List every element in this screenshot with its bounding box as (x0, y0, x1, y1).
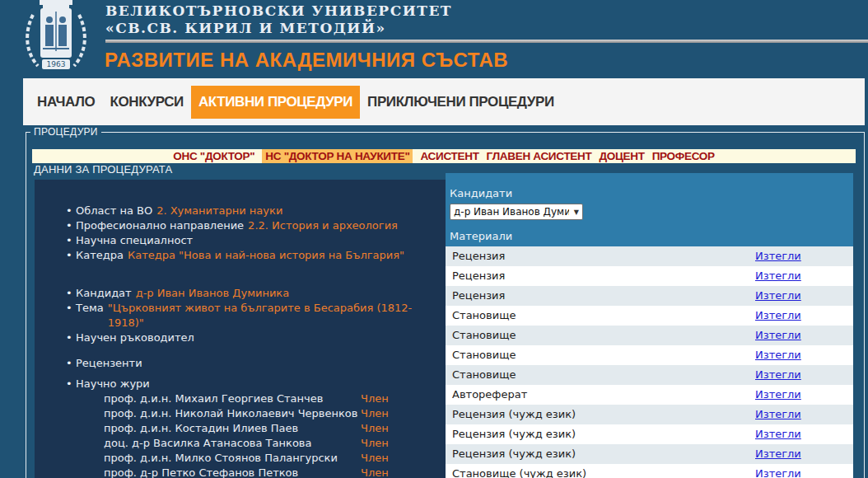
procedure-type-bar: ОНС "ДОКТОР"НС "ДОКТОР НА НАУКИТЕ"АСИСТЕ… (32, 149, 856, 163)
jury-role-link[interactable]: Член (361, 466, 389, 478)
jury-row: проф. д-р Петко Стефанов ПетковЧлен (66, 466, 437, 478)
detail-item: •Рецензенти (66, 356, 437, 371)
table-row: СтановищеИзтегли (446, 306, 853, 326)
download-link[interactable]: Изтегли (755, 329, 801, 341)
procedure-type[interactable]: ОНС "ДОКТОР" (173, 150, 254, 162)
procedure-details-panel: •Област на ВО2. Хуманитарни науки•Профес… (35, 180, 446, 478)
jury-member-name: проф. д-р Петко Стефанов Петков (104, 466, 361, 478)
detail-value-link[interactable]: д-р Иван Иванов Думиника (136, 286, 437, 301)
nav-item[interactable]: КОНКУРСИ (102, 86, 190, 119)
jury-role-link[interactable]: Член (361, 391, 389, 406)
procedure-data-title: ДАННИ ЗА ПРОЦЕДУРАТА (34, 163, 172, 176)
procedures-legend: ПРОЦЕДУРИ (30, 126, 101, 138)
download-link[interactable]: Изтегли (755, 428, 801, 440)
detail-item: •Научна специалност (66, 233, 437, 248)
download-cell: Изтегли (755, 306, 853, 326)
bullet-icon: • (66, 233, 76, 248)
nav-item[interactable]: ПРИКЛЮЧЕНИ ПРОЦЕДУРИ (360, 86, 562, 119)
candidates-label: Кандидати (450, 187, 512, 199)
detail-item: •Област на ВО2. Хуманитарни науки (66, 204, 437, 218)
candidates-select-value: д-р Иван Иванов Думиника (454, 206, 569, 218)
procedure-type[interactable]: ДОЦЕНТ (599, 150, 644, 162)
jury-row: проф. д.и.н. Костадин Илиев ПаевЧлен (66, 421, 437, 436)
detail-label: Рецензенти (76, 356, 142, 371)
jury-role-link[interactable]: Член (361, 421, 389, 436)
download-cell: Изтегли (755, 286, 853, 306)
materials-table: РецензияИзтеглиРецензияИзтеглиРецензияИз… (446, 246, 853, 478)
detail-value-link[interactable]: 2. Хуманитарни науки (156, 204, 437, 218)
download-link[interactable]: Изтегли (755, 289, 801, 302)
download-link[interactable]: Изтегли (755, 269, 801, 282)
detail-item: •Кандидатд-р Иван Иванов Думиника (66, 286, 437, 301)
header: 1963 ВЕЛИКОТЪРНОВСКИ УНИВЕРСИТЕТ «СВ.СВ.… (0, 0, 868, 76)
table-row: СтановищеИзтегли (446, 345, 853, 365)
detail-value-link[interactable]: 2.2. История и археология (248, 218, 437, 233)
table-row: СтановищеИзтегли (446, 365, 853, 385)
detail-value-link[interactable]: Катедра "Нова и най-нова история на Бълг… (128, 248, 437, 263)
site-title: РАЗВИТИЕ НА АКАДЕМИЧНИЯ СЪСТАВ (105, 49, 508, 72)
download-cell: Изтегли (755, 385, 853, 405)
material-type: Рецензия (чужд език) (446, 405, 755, 424)
detail-label: Тема (76, 301, 104, 330)
download-link[interactable]: Изтегли (755, 467, 801, 478)
jury-member-name: доц. д-р Василка Атанасова Танкова (104, 436, 361, 451)
download-cell: Изтегли (755, 246, 853, 266)
material-type: Рецензия (чужд език) (446, 424, 755, 444)
nav-item[interactable]: АКТИВНИ ПРОЦЕДУРИ (191, 86, 360, 119)
detail-label: Научна специалност (76, 233, 193, 248)
download-link[interactable]: Изтегли (755, 448, 801, 460)
download-link[interactable]: Изтегли (755, 349, 801, 361)
procedure-type[interactable]: АСИСТЕНТ (420, 150, 478, 162)
candidates-select[interactable]: д-р Иван Иванов Думиника ▼ (450, 204, 583, 220)
nav-item[interactable]: НАЧАЛО (30, 86, 102, 119)
material-type: Становище (чужд език) (446, 464, 755, 478)
jury-row: проф. д.и.н. Михаил Георгиев СтанчевЧлен (66, 391, 437, 406)
detail-value-link[interactable]: "Църковният живот на българите в Бесараб… (108, 301, 437, 330)
material-type: Становище (446, 365, 755, 385)
material-type: Автореферат (446, 385, 755, 405)
download-cell: Изтегли (755, 365, 853, 385)
bullet-icon: • (66, 286, 76, 301)
detail-label: Научно жури (76, 377, 150, 391)
download-link[interactable]: Изтегли (755, 250, 801, 262)
bullet-icon: • (66, 218, 76, 233)
detail-label: Кандидат (76, 286, 132, 301)
jury-role-link[interactable]: Член (361, 406, 389, 421)
download-link[interactable]: Изтегли (755, 309, 801, 321)
university-name-line2: «СВ.СВ. КИРИЛ И МЕТОДИЙ» (105, 20, 452, 37)
download-link[interactable]: Изтегли (755, 368, 801, 381)
table-row: Рецензия (чужд език)Изтегли (446, 405, 853, 424)
logo-year: 1963 (47, 60, 66, 68)
procedure-type[interactable]: ГЛАВЕН АСИСТЕНТ (487, 150, 592, 162)
table-row: Рецензия (чужд език)Изтегли (446, 444, 853, 464)
detail-item: •Научно жури (66, 377, 437, 391)
jury-member-name: проф. д.и.н. Михаил Георгиев Станчев (104, 391, 361, 406)
table-row: Становище (чужд език)Изтегли (446, 464, 853, 478)
procedure-type[interactable]: ПРОФЕСОР (652, 150, 715, 162)
detail-item: •Професионално направление2.2. История и… (66, 218, 437, 233)
download-cell: Изтегли (755, 464, 853, 478)
main-nav: НАЧАЛОКОНКУРСИАКТИВНИ ПРОЦЕДУРИПРИКЛЮЧЕН… (23, 78, 865, 125)
university-name-line1: ВЕЛИКОТЪРНОВСКИ УНИВЕРСИТЕТ (105, 2, 452, 20)
material-type: Рецензия (446, 286, 755, 306)
header-divider (105, 40, 868, 43)
procedure-type[interactable]: НС "ДОКТОР НА НАУКИТЕ" (262, 149, 413, 163)
download-cell: Изтегли (755, 444, 853, 464)
detail-item: •КатедраКатедра "Нова и най-нова история… (66, 248, 437, 263)
material-type: Рецензия (чужд език) (446, 444, 755, 464)
download-cell: Изтегли (755, 424, 853, 444)
jury-role-link[interactable]: Член (361, 451, 389, 466)
detail-label: Научен ръководител (76, 330, 194, 345)
page: 1963 ВЕЛИКОТЪРНОВСКИ УНИВЕРСИТЕТ «СВ.СВ.… (0, 0, 868, 478)
bullet-icon: • (66, 377, 76, 391)
jury-role-link[interactable]: Член (361, 436, 389, 451)
download-link[interactable]: Изтегли (755, 388, 801, 401)
download-link[interactable]: Изтегли (755, 408, 801, 420)
jury-member-name: проф. д.и.н. Николай Николаевич Червенко… (104, 406, 361, 421)
university-logo-icon: 1963 (21, 0, 91, 74)
jury-member-name: проф. д.и.н. Милко Стоянов Палангурски (104, 451, 361, 466)
detail-item: •Тема"Църковният живот на българите в Бе… (66, 301, 437, 330)
bullet-icon: • (66, 356, 76, 371)
bullet-icon: • (66, 330, 76, 345)
material-type: Рецензия (446, 266, 755, 286)
